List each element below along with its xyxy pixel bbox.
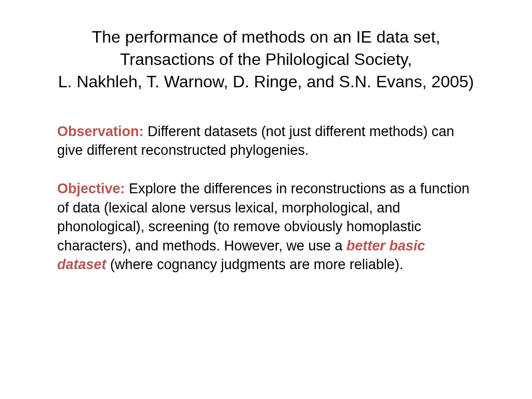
title-line-3: L. Nakhleh, T. Warnow, D. Ringe, and S.N…: [58, 72, 474, 91]
objective-text-after: (where cognancy judgments are more relia…: [107, 257, 404, 272]
observation-label: Observation:: [57, 124, 144, 139]
slide-content: The performance of methods on an IE data…: [0, 0, 532, 399]
title-line-1: The performance of methods on an IE data…: [92, 28, 441, 46]
title-line-2: Transactions of the Philological Society…: [120, 50, 412, 69]
slide-body: Observation: Different datasets (not jus…: [47, 122, 485, 274]
objective-label: Objective:: [57, 181, 125, 196]
slide-title: The performance of methods on an IE data…: [47, 26, 485, 94]
observation-paragraph: Observation: Different datasets (not jus…: [57, 122, 475, 160]
objective-paragraph: Objective: Explore the differences in re…: [57, 179, 475, 274]
